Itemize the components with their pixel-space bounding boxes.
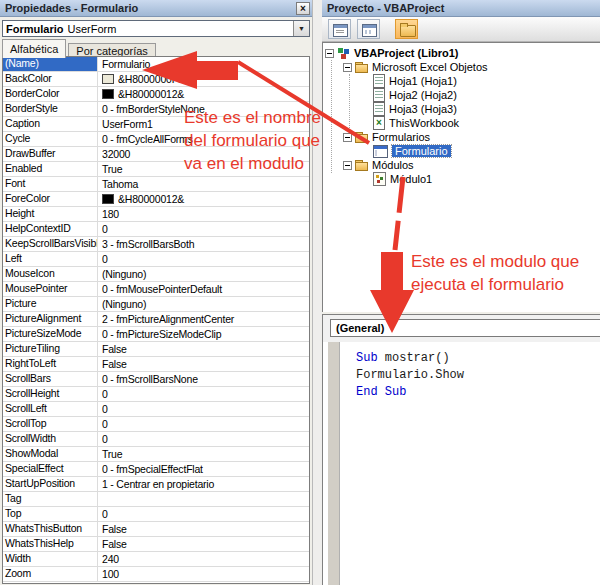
property-row[interactable]: KeepScrollBarsVisible3 - fmScrollBarsBot… [3, 237, 309, 252]
tree-item-vbaproject-libro1-[interactable]: VBAProject (Libro1) [323, 46, 600, 60]
property-value[interactable]: (Ninguno) [98, 267, 309, 281]
property-row[interactable]: StartUpPosition1 - Centrar en propietari… [3, 477, 309, 492]
property-value[interactable]: False [98, 522, 309, 536]
property-row[interactable]: MousePointer0 - fmMousePointerDefault [3, 282, 309, 297]
property-row[interactable]: Zoom100 [3, 567, 309, 582]
property-row[interactable]: BorderColor&H80000012& [3, 87, 309, 102]
property-row[interactable]: ScrollLeft0 [3, 402, 309, 417]
tree-item-m-dulos[interactable]: Módulos [323, 158, 600, 172]
property-row[interactable]: Height180 [3, 207, 309, 222]
property-value[interactable]: True [98, 447, 309, 461]
property-row[interactable]: WhatsThisHelpFalse [3, 537, 309, 552]
scope-selector-value: (General) [336, 322, 384, 334]
property-value[interactable]: 2 - fmPictureAlignmentCenter [98, 312, 309, 326]
property-row[interactable]: WhatsThisButtonFalse [3, 522, 309, 537]
property-row[interactable]: ScrollWidth0 [3, 432, 309, 447]
property-value[interactable]: 0 - fmCycleAllForms [98, 132, 309, 146]
property-value[interactable]: 1 - Centrar en propietario [98, 477, 309, 491]
property-value[interactable]: &H8000000F& [98, 72, 309, 86]
view-code-button[interactable] [328, 19, 351, 39]
tree-item-microsoft-excel-objetos[interactable]: Microsoft Excel Objetos [323, 60, 600, 74]
property-row[interactable]: Tag [3, 492, 309, 507]
property-value[interactable]: False [98, 342, 309, 356]
property-row[interactable]: Left0 [3, 252, 309, 267]
property-value[interactable]: 100 [98, 567, 309, 581]
view-object-button[interactable] [357, 19, 380, 39]
code-line[interactable]: End Sub [356, 384, 600, 401]
tree-item-formulario[interactable]: Formulario [323, 144, 600, 158]
property-value[interactable]: 0 - fmBorderStyleNone [98, 102, 309, 116]
chevron-down-icon[interactable]: ▼ [293, 21, 309, 36]
property-value[interactable]: False [98, 537, 309, 551]
property-row[interactable]: (Name)Formulario [3, 57, 309, 72]
property-row[interactable]: HelpContextID0 [3, 222, 309, 237]
property-value[interactable]: 0 [98, 507, 309, 521]
property-value[interactable]: 0 - fmMousePointerDefault [98, 282, 309, 296]
property-row[interactable]: FontTahoma [3, 177, 309, 192]
property-row[interactable]: Width240 [3, 552, 309, 567]
property-value[interactable]: 32000 [98, 147, 309, 161]
tab-alfabética[interactable]: Alfabética [2, 39, 66, 58]
collapse-icon[interactable] [325, 49, 334, 58]
property-value[interactable]: True [98, 162, 309, 176]
property-value[interactable] [98, 492, 309, 506]
property-row[interactable]: BorderStyle0 - fmBorderStyleNone [3, 102, 309, 117]
code-text[interactable]: Sub mostrar()Formulario.ShowEnd Sub [323, 342, 600, 401]
property-value[interactable]: Tahoma [98, 177, 309, 191]
property-value[interactable]: 0 [98, 417, 309, 431]
object-selector[interactable]: FormularioUserForm ▼ [2, 20, 310, 37]
property-row[interactable]: ScrollBars0 - fmScrollBarsNone [3, 372, 309, 387]
tree-item-hoja1-hoja1-[interactable]: Hoja1 (Hoja1) [323, 74, 600, 88]
property-value[interactable]: &H80000012& [98, 87, 309, 101]
tree-item-formularios[interactable]: Formularios [323, 130, 600, 144]
code-line[interactable]: Formulario.Show [356, 367, 600, 384]
property-row[interactable]: RightToLeftFalse [3, 357, 309, 372]
property-row[interactable]: SpecialEffect0 - fmSpecialEffectFlat [3, 462, 309, 477]
property-row[interactable]: CaptionUserForm1 [3, 117, 309, 132]
property-value[interactable]: 0 - fmSpecialEffectFlat [98, 462, 309, 476]
property-row[interactable]: PictureSizeMode0 - fmPictureSizeModeClip [3, 327, 309, 342]
property-value[interactable]: 0 - fmScrollBarsNone [98, 372, 309, 386]
property-row[interactable]: PictureAlignment2 - fmPictureAlignmentCe… [3, 312, 309, 327]
property-row[interactable]: EnabledTrue [3, 162, 309, 177]
property-row[interactable]: BackColor&H8000000F& [3, 72, 309, 87]
property-row[interactable]: ScrollTop0 [3, 417, 309, 432]
toggle-folders-button[interactable] [395, 19, 418, 39]
property-value[interactable]: UserForm1 [98, 117, 309, 131]
property-value[interactable]: Formulario [98, 57, 309, 71]
collapse-icon[interactable] [343, 133, 352, 142]
collapse-icon[interactable] [343, 161, 352, 170]
property-value[interactable]: 180 [98, 207, 309, 221]
tree-item-m-dulo1[interactable]: Módulo1 [323, 172, 600, 186]
code-editor[interactable]: Sub mostrar()Formulario.ShowEnd Sub [323, 342, 600, 585]
property-value[interactable]: 0 [98, 222, 309, 236]
property-row[interactable]: Top0 [3, 507, 309, 522]
code-line[interactable]: Sub mostrar() [356, 350, 600, 367]
property-row[interactable]: ScrollHeight0 [3, 387, 309, 402]
tree-item-hoja3-hoja3-[interactable]: Hoja3 (Hoja3) [323, 102, 600, 116]
property-name: WhatsThisButton [3, 522, 98, 536]
property-value[interactable]: 240 [98, 552, 309, 566]
close-icon[interactable]: × [296, 2, 310, 15]
collapse-icon[interactable] [343, 63, 352, 72]
property-row[interactable]: ShowModalTrue [3, 447, 309, 462]
scope-selector[interactable]: (General) [330, 319, 600, 337]
property-value[interactable]: False [98, 357, 309, 371]
property-value[interactable]: 0 [98, 402, 309, 416]
property-value[interactable]: 3 - fmScrollBarsBoth [98, 237, 309, 251]
property-row[interactable]: ForeColor&H80000012& [3, 192, 309, 207]
property-value[interactable]: 0 [98, 387, 309, 401]
tree-item-hoja2-hoja2-[interactable]: Hoja2 (Hoja2) [323, 88, 600, 102]
property-value[interactable]: 0 - fmPictureSizeModeClip [98, 327, 309, 341]
property-row[interactable]: PictureTilingFalse [3, 342, 309, 357]
property-row[interactable]: MouseIcon(Ninguno) [3, 267, 309, 282]
property-value[interactable]: &H80000012& [98, 192, 309, 206]
property-row[interactable]: Picture(Ninguno) [3, 297, 309, 312]
property-row[interactable]: Cycle0 - fmCycleAllForms [3, 132, 309, 147]
property-value[interactable]: 0 [98, 432, 309, 446]
property-row[interactable]: DrawBuffer32000 [3, 147, 309, 162]
property-value-text: 0 [102, 388, 108, 401]
tree-item-thisworkbook[interactable]: ThisWorkbook [323, 116, 600, 130]
property-value[interactable]: (Ninguno) [98, 297, 309, 311]
property-value[interactable]: 0 [98, 252, 309, 266]
